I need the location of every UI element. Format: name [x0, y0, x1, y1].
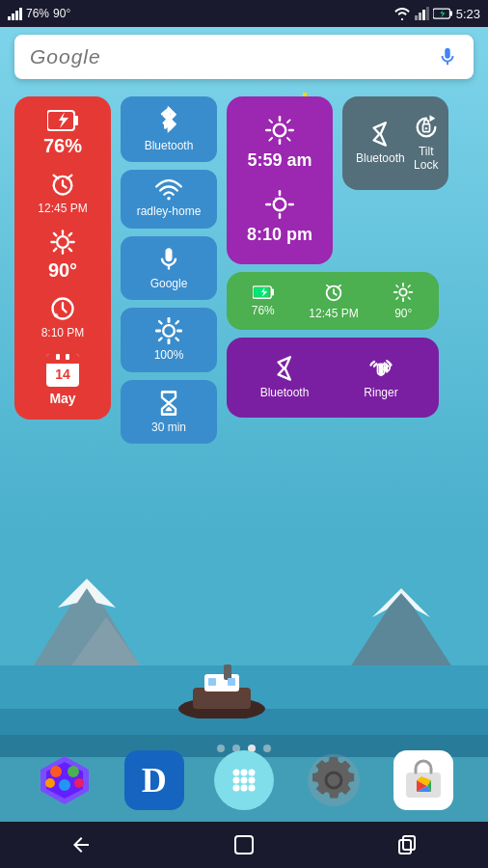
alarm-stat-icon [323, 282, 344, 303]
nav-recents-button[interactable] [378, 826, 436, 864]
ringer-icon [367, 355, 394, 382]
svg-line-36 [176, 339, 177, 340]
svg-point-84 [240, 777, 247, 784]
nav-back-button[interactable] [52, 826, 110, 864]
widgets-area: 76% 12:45 PM 90° [14, 96, 448, 444]
timer-value: 30 min [151, 420, 186, 434]
alarm-icon [49, 171, 76, 198]
svg-line-38 [159, 339, 161, 340]
status-right: 5:23 [393, 7, 480, 21]
google-toggle[interactable]: Google [121, 236, 217, 300]
svg-line-23 [54, 233, 56, 235]
svg-point-60 [400, 288, 407, 295]
calendar-date: 14 [55, 364, 70, 385]
svg-point-18 [57, 237, 68, 249]
svg-line-68 [396, 297, 398, 299]
dock-app-4[interactable] [304, 750, 364, 810]
clock-icon [49, 295, 76, 322]
dock-app-1[interactable] [35, 750, 95, 810]
sun-stat-icon [393, 282, 414, 303]
clock2-section: 8:10 PM [41, 295, 85, 339]
clock-time2-section: 8:10 pm [247, 190, 312, 245]
search-bar[interactable]: Google [14, 35, 474, 79]
status-bar: 76% 90° 5:23 [0, 0, 488, 27]
calendar-month: May [49, 391, 75, 406]
calendar-section: 14 May [46, 354, 79, 406]
bluetooth-ringer: Bluetooth [236, 347, 333, 407]
time-stat: 12:45 PM [309, 282, 358, 320]
alarm-section: 12:45 PM [38, 171, 87, 215]
bluetooth-ringer-label: Bluetooth [260, 386, 310, 399]
right-column: Bluetooth Tilt Lock [342, 96, 448, 190]
ringer-widget[interactable]: Bluetooth Ringer [227, 338, 439, 417]
svg-line-35 [159, 321, 161, 323]
brightness-value: 100% [154, 348, 184, 362]
timer-toggle[interactable]: 30 min [121, 380, 217, 444]
moon-clock-icon [265, 190, 294, 219]
stats-widget[interactable]: 76% 12:45 PM [227, 272, 439, 330]
battery-section: 76% [43, 110, 82, 157]
temp-stat: 90° [393, 282, 414, 320]
dock-app-2[interactable]: D [124, 750, 184, 810]
svg-point-77 [59, 779, 70, 791]
time-stat-value: 12:45 PM [309, 307, 358, 320]
brightness-icon [155, 317, 182, 344]
brightness-toggle[interactable]: 100% [121, 308, 217, 371]
timer-icon [155, 390, 182, 417]
svg-rect-56 [271, 289, 274, 296]
svg-rect-98 [403, 836, 415, 850]
temperature-widget: 90° [48, 259, 77, 282]
svg-point-76 [68, 766, 79, 777]
battery-stat-icon [253, 285, 274, 300]
temperature-status: 90° [53, 7, 70, 20]
battery-time-widget[interactable]: 76% 12:45 PM 90° [14, 96, 111, 420]
wifi-icon [393, 7, 411, 20]
svg-line-65 [396, 285, 398, 287]
signal-bars-icon [8, 7, 22, 20]
svg-line-24 [69, 249, 71, 251]
battery-icon [433, 8, 452, 19]
alarm-time: 12:45 PM [38, 202, 87, 215]
bluetooth-bt-item: Bluetooth [352, 106, 409, 180]
svg-line-37 [176, 321, 177, 323]
wifi-icon-col2 [155, 179, 182, 201]
svg-marker-13 [440, 10, 445, 17]
svg-line-47 [269, 138, 272, 141]
svg-rect-10 [228, 678, 235, 686]
clock-column: 5:59 am 8:10 pm [227, 96, 333, 418]
time2-widget: 8:10 PM [41, 326, 85, 339]
bluetooth-toggle[interactable]: Bluetooth [121, 96, 217, 162]
network-icon [415, 7, 429, 20]
svg-point-85 [248, 777, 255, 784]
dock: D [0, 743, 488, 818]
svg-point-29 [167, 197, 171, 201]
svg-point-39 [274, 124, 286, 137]
temp-stat-value: 90° [394, 307, 412, 320]
svg-marker-69 [379, 365, 384, 377]
bluetooth-icon-col2 [154, 106, 183, 135]
svg-point-79 [74, 778, 84, 788]
dock-app-3[interactable] [214, 750, 274, 810]
nav-home-button[interactable] [215, 826, 273, 864]
dock-app-5[interactable] [393, 750, 453, 810]
svg-line-46 [287, 120, 290, 122]
svg-line-66 [408, 297, 410, 299]
svg-point-83 [232, 777, 239, 784]
boat [174, 661, 270, 719]
weather-section: 90° [48, 229, 77, 282]
svg-rect-97 [399, 840, 411, 854]
battery-stat-value: 76% [252, 304, 275, 317]
google-logo: Google [30, 45, 101, 68]
google-label: Google [150, 277, 188, 290]
bluetooth-tilt-widget[interactable]: Bluetooth Tilt Lock [342, 96, 448, 190]
wifi-toggle[interactable]: radley-home [121, 170, 217, 228]
svg-point-54 [270, 196, 275, 201]
tilt-lock-icon [413, 114, 440, 141]
svg-line-44 [269, 120, 272, 122]
svg-point-30 [163, 325, 175, 337]
clock-time1-section: 5:59 am [247, 116, 312, 171]
mic-icon[interactable] [437, 46, 458, 68]
battery-stat: 76% [252, 285, 275, 317]
clock-time2: 8:10 pm [247, 225, 312, 245]
clock-purple-widget[interactable]: 5:59 am 8:10 pm [227, 96, 333, 264]
